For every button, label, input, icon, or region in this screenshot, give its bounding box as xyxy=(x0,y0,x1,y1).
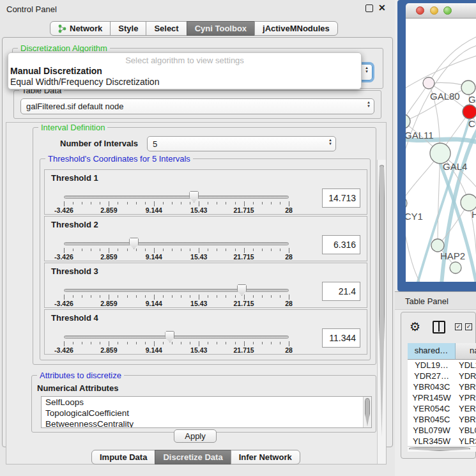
table-row[interactable]: YBR043CYBR0 xyxy=(408,381,476,392)
tab-label: Discretize Data xyxy=(163,450,222,464)
node-hap2[interactable] xyxy=(431,239,444,252)
network-canvas[interactable]: GAL80GACGAL11GAL4GCY1HHAP2 xyxy=(406,19,476,282)
attributes-list[interactable]: SelfLoopsTopologicalCoefficientBetweenne… xyxy=(41,396,372,428)
tab-discretize-data[interactable]: Discretize Data xyxy=(155,450,231,464)
threshold-value-field[interactable]: 6.316 xyxy=(322,235,360,254)
slider-track[interactable] xyxy=(64,242,289,245)
num-intervals-value: 5 xyxy=(153,139,157,149)
node-top-right[interactable] xyxy=(461,81,475,95)
panel-title: Control Panel xyxy=(6,4,57,14)
threshold-value-field[interactable]: 14.713 xyxy=(322,188,360,208)
close-icon[interactable]: ✕ xyxy=(378,3,386,13)
network-window-titlebar[interactable] xyxy=(406,3,476,19)
node-label-ga: GA xyxy=(468,94,476,105)
slider-ticks xyxy=(64,341,289,346)
table-data-select[interactable]: galFiltered.sif default node ▲▼ xyxy=(20,98,374,114)
tab-label: Network xyxy=(70,22,102,35)
column-layout-icon[interactable] xyxy=(433,321,445,334)
slider-track[interactable] xyxy=(64,335,289,339)
cell-name: YBR0 xyxy=(456,414,476,425)
threshold-slider[interactable]: -3.4262.8599.14415.4321.71528 xyxy=(63,187,290,215)
tab-style[interactable]: Style xyxy=(110,21,146,36)
node-attribute-table[interactable]: shared… na YDL19…YDL1YDR27…YDR2YBR043CYB… xyxy=(408,343,476,446)
tab-label: Cyni Toolbox xyxy=(195,22,247,35)
table-header-row: shared… na xyxy=(408,343,476,360)
node-label-gal4: GAL4 xyxy=(443,161,467,172)
threshold-value-field[interactable]: 11.344 xyxy=(322,328,360,348)
table-row[interactable]: YLR345WYLR3 xyxy=(408,436,476,446)
table-row[interactable]: YDR27…YDR2 xyxy=(408,371,476,381)
scrollbar-thumb[interactable] xyxy=(379,165,385,437)
node-label-h: H xyxy=(472,209,476,220)
table-row[interactable]: YBL079WYBL0 xyxy=(408,425,476,436)
close-traffic-icon[interactable] xyxy=(416,6,424,15)
node-label-gcy1: GCY1 xyxy=(406,211,423,222)
attribute-item-topologicalcoefficient[interactable]: TopologicalCoefficient xyxy=(42,408,371,418)
algorithm-group-title: Discretization Algorithm xyxy=(18,43,110,53)
table-panel-title: Table Panel xyxy=(405,296,449,306)
cell-name: YPR1 xyxy=(456,392,476,403)
cell-name: YER0 xyxy=(456,403,476,414)
control-panel: Control Panel ✕ NetworkStyleSelectCyni T… xyxy=(0,0,395,476)
cell-shared-name: YDL19… xyxy=(408,360,456,371)
checkbox-icon[interactable]: ✓ xyxy=(455,323,462,330)
slider-track[interactable] xyxy=(64,196,289,199)
algorithm-option-equal-width-frequency-discretization[interactable]: Equal Width/Frequency Discretization xyxy=(10,77,159,87)
node-gcy1[interactable] xyxy=(406,197,407,210)
threshold-label: Threshold 4 xyxy=(51,313,98,323)
table-data-value: galFiltered.sif default node xyxy=(26,102,123,111)
combo-stepper-icon: ▲▼ xyxy=(328,138,332,146)
table-row[interactable]: YPR145WYPR1 xyxy=(408,392,476,403)
threshold-slider[interactable]: -3.4262.8599.14415.4321.71528 xyxy=(63,233,290,261)
combo-stepper-icon: ▲▼ xyxy=(365,66,369,73)
cyni-toolbox-panel: Discretization Algorithm ▲▼ Table Data g… xyxy=(2,37,393,447)
table-data-group: Table Data galFiltered.sif default node … xyxy=(13,90,381,119)
attributes-group: Attributes to discretize Numerical Attri… xyxy=(31,375,376,433)
scrollbar-thumb[interactable] xyxy=(365,398,370,426)
num-intervals-select[interactable]: 5 ▲▼ xyxy=(147,136,336,151)
table-horizontal-scrollbar[interactable] xyxy=(408,446,476,452)
column-header-shared-name[interactable]: shared… xyxy=(408,343,456,360)
checkbox-icon[interactable]: ✓ xyxy=(465,323,472,330)
table-row[interactable]: YER054CYER0 xyxy=(408,403,476,414)
float-window-icon[interactable] xyxy=(365,4,373,12)
attributes-list-scrollbar[interactable] xyxy=(363,397,371,427)
numerical-attributes-label: Numerical Attributes xyxy=(37,383,118,393)
table-row[interactable]: YBR045CYBR0 xyxy=(408,414,476,425)
cell-name: YDL1 xyxy=(456,360,476,371)
threshold-slider[interactable]: -3.4262.8599.14415.4321.71528 xyxy=(63,326,290,355)
tab-select[interactable]: Select xyxy=(146,21,187,36)
gear-icon[interactable]: ⚙ xyxy=(410,319,420,334)
column-header-name[interactable]: na xyxy=(456,343,476,360)
attribute-item-betweennesscentrality[interactable]: BetweennessCentrality xyxy=(42,418,371,428)
interval-definition-group: Interval Definition Number of Intervals … xyxy=(33,127,376,365)
minimize-traffic-icon[interactable] xyxy=(430,6,438,15)
table-row[interactable]: YDL19…YDL1 xyxy=(408,360,476,371)
settings-scrollbar[interactable] xyxy=(377,160,386,464)
table-body: YDL19…YDL1YDR27…YDR2YBR043CYBR0YPR145WYP… xyxy=(408,360,476,446)
apply-button[interactable]: Apply xyxy=(174,429,217,443)
attribute-item-selfloops[interactable]: SelfLoops xyxy=(42,397,371,408)
threshold-slider[interactable]: -3.4262.8599.14415.4321.71528 xyxy=(63,280,290,308)
thresholds-group: Threshold's Coordinates for 5 Intervals … xyxy=(40,158,371,360)
cell-name: YBL0 xyxy=(456,425,476,436)
thresholds-group-title: Threshold's Coordinates for 5 Intervals xyxy=(45,154,193,164)
node-bottom[interactable] xyxy=(450,262,461,273)
threshold-value-field[interactable]: 21.4 xyxy=(322,282,360,301)
tab-infer-network[interactable]: Infer Network xyxy=(231,450,300,464)
slider-track[interactable] xyxy=(64,289,289,292)
zoom-traffic-icon[interactable] xyxy=(443,6,452,15)
tab-jactivemnodules[interactable]: jActiveMNodules xyxy=(254,21,338,36)
node-label-c: C xyxy=(468,118,475,129)
scrollbar-thumb[interactable] xyxy=(409,447,470,451)
tab-label: Infer Network xyxy=(239,450,292,464)
slider-ticks xyxy=(64,247,289,253)
node-selected[interactable] xyxy=(463,105,476,119)
tab-impute-data[interactable]: Impute Data xyxy=(91,450,155,464)
node-gal80[interactable] xyxy=(423,77,434,89)
tab-label: Impute Data xyxy=(100,450,147,464)
algorithm-option-manual-discretization[interactable]: Manual Discretization xyxy=(10,66,102,76)
threshold-label: Threshold 3 xyxy=(51,266,98,276)
tab-cyni-toolbox[interactable]: Cyni Toolbox xyxy=(187,21,255,36)
tab-network[interactable]: Network xyxy=(50,21,111,36)
